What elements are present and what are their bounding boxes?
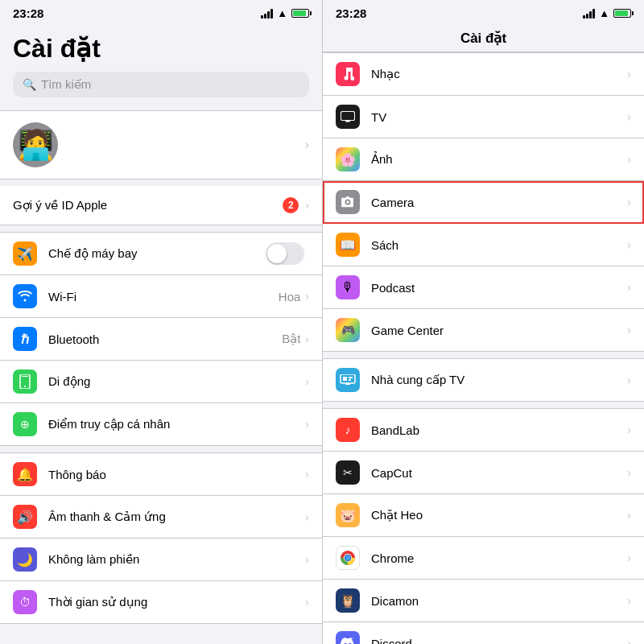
svg-rect-2 — [22, 376, 28, 377]
airplane-toggle[interactable] — [266, 242, 304, 265]
chrome-chevron-icon: › — [627, 551, 631, 564]
settings-row-chrome[interactable]: Chrome › — [323, 537, 644, 580]
anh-chevron-icon: › — [627, 153, 631, 166]
camera-chevron-icon: › — [627, 196, 631, 208]
music-icon — [336, 62, 360, 86]
podcast-icon: 🎙 — [336, 275, 360, 299]
svg-rect-7 — [343, 377, 347, 381]
discord-icon — [336, 631, 360, 644]
profile-chevron-icon: › — [305, 138, 309, 152]
settings-row-anh[interactable]: 🌸 Ảnh › — [323, 138, 644, 181]
tvprovider-icon — [336, 368, 360, 392]
sach-chevron-icon: › — [627, 238, 631, 251]
tv-icon — [336, 105, 360, 129]
bluetooth-label: Bluetooth — [48, 332, 282, 346]
left-status-bar: 23:28 ▲ — [0, 0, 322, 23]
apple-id-badge: 2 — [283, 197, 299, 213]
right-group-2: Nhà cung cấp TV › — [323, 358, 644, 402]
hotspot-chevron-icon: › — [305, 418, 309, 431]
airplane-label: Chế độ máy bay — [48, 246, 266, 261]
bandlab-icon: ♪ — [336, 418, 360, 442]
settings-row-airplane[interactable]: ✈️ Chế độ máy bay — [0, 233, 322, 275]
settings-group-1: ✈️ Chế độ máy bay Wi-Fi Hoa › ℏ Bluetoot… — [0, 232, 322, 446]
svg-rect-8 — [349, 377, 353, 378]
dicamon-label: Dicamon — [371, 594, 627, 608]
dicamon-icon: 🦉 — [336, 588, 360, 613]
right-signal-icon — [583, 9, 595, 19]
settings-row-bluetooth[interactable]: ℏ Bluetooth Bật › — [0, 318, 322, 361]
sounds-icon: 🔊 — [13, 505, 37, 529]
chrome-label: Chrome — [371, 551, 627, 565]
mobile-label: Di động — [48, 374, 305, 389]
settings-row-tvprovider[interactable]: Nhà cung cấp TV › — [323, 359, 644, 401]
settings-row-screentime[interactable]: ⏱ Thời gian sử dụng › — [0, 581, 322, 623]
sach-label: Sách — [371, 238, 627, 252]
discord-label: Discord — [371, 637, 627, 645]
sounds-chevron-icon: › — [305, 510, 309, 523]
settings-row-hotspot[interactable]: ⊕ Điểm truy cập cá nhân › — [0, 403, 322, 445]
right-wifi-icon: ▲ — [599, 7, 609, 19]
profile-section[interactable]: 🧑‍💻 › — [0, 110, 322, 180]
left-panel: 23:28 ▲ Cài đặt 🔍 Tìm kiếm 🧑‍💻 › — [0, 0, 322, 644]
anh-label: Ảnh — [371, 152, 627, 167]
apple-id-row[interactable]: Gợi ý về ID Apple 2 › — [0, 186, 322, 225]
search-bar[interactable]: 🔍 Tìm kiếm — [13, 72, 309, 97]
notifications-chevron-icon: › — [305, 468, 309, 481]
wifi-value: Hoa — [279, 290, 301, 303]
apple-id-right: 2 › — [283, 197, 309, 213]
settings-row-camera[interactable]: Camera › — [323, 181, 644, 224]
right-status-bar: 23:28 ▲ — [323, 0, 644, 23]
right-list: Nhạc › TV › 🌸 Ảnh — [323, 52, 644, 644]
left-time: 23:28 — [13, 6, 43, 20]
settings-row-sounds[interactable]: 🔊 Âm thanh & Cảm ứng › — [0, 496, 322, 539]
settings-row-discord[interactable]: Discord › — [323, 622, 644, 644]
nhac-chevron-icon: › — [627, 68, 631, 80]
svg-rect-9 — [349, 379, 351, 381]
capcut-label: CapCut — [371, 466, 627, 480]
chrome-icon — [336, 546, 360, 570]
settings-row-wifi[interactable]: Wi-Fi Hoa › — [0, 275, 322, 318]
gamecenter-label: Game Center — [371, 324, 627, 337]
tv-chevron-icon: › — [627, 110, 631, 123]
battery-icon — [291, 9, 309, 18]
camera-label: Camera — [371, 196, 627, 209]
dnd-icon: 🌙 — [13, 547, 37, 572]
mobile-icon — [13, 369, 37, 394]
chatheo-chevron-icon: › — [627, 509, 631, 522]
settings-row-podcast[interactable]: 🎙 Podcast › — [323, 266, 644, 309]
capcut-icon: ✂ — [336, 460, 360, 485]
apple-id-label: Gợi ý về ID Apple — [13, 198, 107, 213]
right-group-3: ♪ BandLab › ✂ CapCut › 🐷 Chặt Heo › — [323, 408, 644, 644]
svg-rect-10 — [345, 383, 350, 385]
sounds-label: Âm thanh & Cảm ứng — [48, 510, 305, 524]
search-icon: 🔍 — [23, 78, 36, 91]
settings-row-gamecenter[interactable]: 🎮 Game Center › — [323, 309, 644, 351]
notifications-icon: 🔔 — [13, 462, 37, 486]
settings-row-sach[interactable]: 📖 Sách › — [323, 224, 644, 266]
podcast-label: Podcast — [371, 281, 627, 295]
camera-icon — [336, 190, 360, 214]
hotspot-icon: ⊕ — [13, 412, 37, 436]
settings-row-bandlab[interactable]: ♪ BandLab › — [323, 409, 644, 452]
hotspot-label: Điểm truy cập cá nhân — [48, 417, 305, 431]
gamecenter-chevron-icon: › — [627, 324, 631, 336]
settings-row-tv[interactable]: TV › — [323, 96, 644, 138]
dicamon-chevron-icon: › — [627, 594, 631, 607]
settings-row-chatheo[interactable]: 🐷 Chặt Heo › — [323, 494, 644, 537]
tv-label: TV — [371, 110, 627, 124]
bluetooth-value: Bật — [282, 332, 300, 346]
right-title: Cài đặt — [460, 31, 506, 46]
settings-row-capcut[interactable]: ✂ CapCut › — [323, 452, 644, 494]
settings-row-notifications[interactable]: 🔔 Thông báo › — [0, 453, 322, 496]
settings-row-nhac[interactable]: Nhạc › — [323, 53, 644, 96]
left-status-icons: ▲ — [261, 7, 309, 19]
settings-row-dnd[interactable]: 🌙 Không làm phiền › — [0, 539, 322, 581]
svg-point-1 — [24, 386, 26, 387]
settings-row-dicamon[interactable]: 🦉 Dicamon › — [323, 580, 644, 622]
dnd-label: Không làm phiền — [48, 552, 305, 567]
search-placeholder: Tìm kiếm — [41, 77, 91, 92]
apple-id-chevron-icon: › — [305, 199, 309, 212]
settings-row-mobile[interactable]: Di động › — [0, 361, 322, 403]
bluetooth-icon: ℏ — [13, 327, 37, 351]
airplane-icon: ✈️ — [13, 242, 37, 266]
